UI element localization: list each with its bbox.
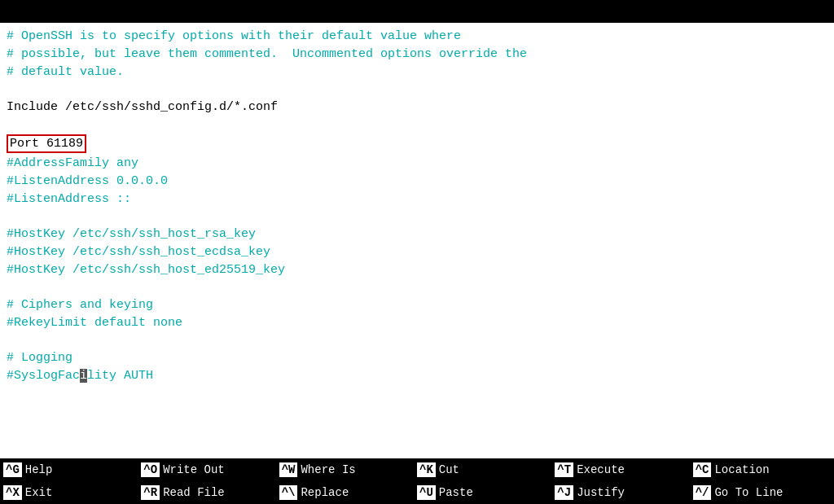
shortcut-label: Justify	[577, 486, 631, 499]
shortcut-label: Cut	[439, 463, 466, 476]
shortcut-label: Write Out	[163, 463, 231, 476]
editor-line: # Ciphers and keying	[7, 296, 827, 314]
shortcut-label: Execute	[577, 463, 631, 476]
shortcut-item[interactable]: ^XExit	[3, 485, 141, 500]
shortcut-key: ^J	[555, 485, 573, 500]
editor-line: #ListenAddress ::	[7, 191, 827, 208]
editor-line: #RekeyLimit default none	[7, 314, 827, 332]
highlighted-port-line: Port 61189	[7, 134, 86, 154]
shortcut-item[interactable]: ^GHelp	[3, 462, 141, 477]
shortcut-key: ^R	[141, 485, 160, 500]
editor-line: # OpenSSH is to specify options with the…	[7, 28, 827, 46]
editor-line	[7, 278, 827, 296]
shortcut-item[interactable]: ^\Replace	[279, 485, 417, 500]
shortcut-key: ^U	[417, 485, 436, 500]
shortcut-row-2: ^XExit^RRead File^\Replace^UPaste^JJusti…	[0, 481, 834, 504]
editor-line: Include /etc/ssh/sshd_config.d/*.conf	[7, 99, 827, 116]
editor-area[interactable]: # OpenSSH is to specify options with the…	[0, 23, 834, 458]
shortcut-item[interactable]: ^UPaste	[417, 485, 555, 500]
shortcut-item[interactable]: ^JJustify	[555, 485, 692, 500]
editor-line: #SyslogFacility AUTH	[7, 367, 827, 385]
editor-line: # default value.	[7, 64, 827, 81]
editor-line: # Logging	[7, 349, 827, 367]
shortcut-label: Go To Line	[714, 486, 789, 499]
shortcut-key: ^/	[693, 485, 712, 500]
shortcut-item[interactable]: ^OWrite Out	[141, 462, 279, 477]
app: # OpenSSH is to specify options with the…	[0, 0, 834, 504]
shortcut-label: Replace	[301, 486, 355, 499]
shortcut-row-1: ^GHelp^OWrite Out^WWhere Is^KCut^TExecut…	[0, 458, 834, 481]
editor-line: #HostKey /etc/ssh/ssh_host_rsa_key	[7, 226, 827, 243]
shortcut-key: ^K	[417, 462, 436, 477]
shortcut-item[interactable]: ^TExecute	[555, 462, 692, 477]
shortcut-key: ^G	[3, 462, 22, 477]
shortcut-label: Help	[25, 463, 59, 476]
shortcut-key: ^T	[555, 462, 573, 477]
editor-line: Port 61189	[7, 134, 827, 156]
editor-line	[7, 116, 827, 134]
shortcut-item[interactable]: ^KCut	[417, 462, 555, 477]
editor-line	[7, 81, 827, 99]
shortcut-item[interactable]: ^/Go To Line	[693, 485, 831, 500]
shortcut-label: Exit	[25, 486, 59, 499]
shortcut-key: ^C	[693, 462, 712, 477]
shortcut-item[interactable]: ^CLocation	[693, 462, 831, 477]
shortcut-key: ^X	[3, 485, 22, 500]
shortcut-item[interactable]: ^WWhere Is	[279, 462, 417, 477]
shortcut-label: Paste	[439, 486, 480, 499]
editor-line: #AddressFamily any	[7, 155, 827, 173]
editor-line: #HostKey /etc/ssh/ssh_host_ecdsa_key	[7, 243, 827, 261]
shortcut-label: Read File	[163, 486, 231, 499]
cursor: i	[80, 369, 87, 383]
editor-line: #ListenAddress 0.0.0.0	[7, 173, 827, 191]
shortcut-key: ^\	[279, 485, 298, 500]
editor-line	[7, 332, 827, 350]
editor-line: #HostKey /etc/ssh/ssh_host_ed25519_key	[7, 261, 827, 279]
editor-line	[7, 208, 827, 226]
shortcut-key: ^O	[141, 462, 160, 477]
shortcut-item[interactable]: ^RRead File	[141, 485, 279, 500]
shortcut-label: Where Is	[301, 463, 362, 476]
shortcut-bar: ^GHelp^OWrite Out^WWhere Is^KCut^TExecut…	[0, 458, 834, 504]
editor-line: # possible, but leave them commented. Un…	[7, 46, 827, 64]
shortcut-label: Location	[714, 463, 775, 476]
shortcut-key: ^W	[279, 462, 298, 477]
title-bar	[0, 0, 834, 23]
